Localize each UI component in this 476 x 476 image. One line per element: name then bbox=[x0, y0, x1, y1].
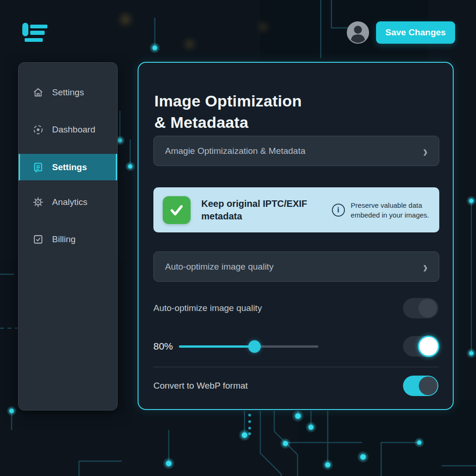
logo-bar bbox=[30, 31, 45, 35]
info-icon: i bbox=[332, 204, 345, 217]
page-title-line2: & Metadaata bbox=[154, 112, 302, 133]
webp-toggle[interactable] bbox=[403, 376, 438, 396]
document-icon bbox=[32, 161, 44, 173]
check-icon bbox=[168, 201, 185, 219]
logo-bar bbox=[25, 38, 43, 42]
sidebar-item-settings-active[interactable]: Settings bbox=[19, 154, 117, 180]
page-title-line1: Image Optimization bbox=[154, 90, 302, 112]
sidebar-item-label: Analytics bbox=[52, 197, 87, 207]
sidebar-item-label: Billing bbox=[52, 234, 76, 245]
metadata-info-line1: Preserve valuable data bbox=[351, 200, 429, 210]
metadata-info-line2: embeded in your images. bbox=[351, 210, 429, 220]
sidebar-item-analytics[interactable]: Analytics bbox=[19, 189, 117, 215]
chevron-right-icon: › bbox=[423, 143, 428, 159]
keep-metadata-checkbox[interactable] bbox=[163, 196, 191, 224]
sidebar-item-label: Settings bbox=[52, 162, 87, 172]
quality-slider[interactable] bbox=[179, 345, 318, 348]
toggle-knob bbox=[419, 377, 437, 395]
sidebar-item-dashboard[interactable]: Dashboard bbox=[19, 117, 117, 143]
user-avatar[interactable] bbox=[346, 21, 370, 44]
metadata-info-text: Preserve valuable data embeded in your i… bbox=[351, 200, 429, 220]
logo-bar bbox=[30, 25, 47, 28]
auto-optimize-toggle[interactable] bbox=[403, 298, 438, 318]
toggle-knob bbox=[418, 336, 439, 357]
toggle-knob bbox=[418, 299, 437, 317]
page-title: Image Optimization & Metadaata bbox=[154, 90, 302, 133]
billing-checkbox-icon bbox=[32, 233, 44, 246]
dashboard-icon bbox=[32, 124, 44, 136]
settings-panel: Image Optimization & Metadaata Amagie Op… bbox=[138, 62, 454, 410]
auto-optimize-section-field-label: Auto-optimize image quality bbox=[165, 262, 273, 272]
metadata-section-field[interactable]: Amagie Optimizaization & Metadata › bbox=[153, 136, 439, 166]
sidebar-item-settings-top[interactable]: Settings bbox=[19, 79, 117, 106]
auto-optimize-section-field[interactable]: Auto-optimize image quality › bbox=[153, 251, 439, 282]
auto-optimize-toggle-row: Auto-optimize image quality bbox=[153, 298, 438, 319]
save-changes-button[interactable]: Save Changes bbox=[376, 21, 455, 44]
webp-toggle-label: Convert to WebP format bbox=[153, 381, 248, 391]
slider-fill bbox=[179, 345, 254, 348]
divider bbox=[153, 367, 438, 367]
sidebar-item-label: Dashboard bbox=[52, 125, 95, 135]
sidebar-item-label: Settings bbox=[52, 87, 84, 98]
auto-optimize-toggle-label: Auto-optimize image quality bbox=[153, 303, 262, 313]
quality-slider-row: 80% bbox=[153, 335, 438, 357]
sidebar-item-billing[interactable]: Billing bbox=[19, 226, 117, 252]
slider-handle[interactable] bbox=[248, 340, 261, 353]
keep-metadata-label: Keep original IPTC/EXIF metadata bbox=[201, 198, 320, 223]
chevron-right-icon: › bbox=[423, 258, 428, 275]
logo-pill bbox=[22, 23, 28, 36]
quality-value-label: 80% bbox=[153, 341, 179, 352]
avatar-icon bbox=[346, 21, 370, 44]
app-logo bbox=[22, 22, 49, 43]
metadata-section-field-label: Amagie Optimizaization & Metadata bbox=[165, 146, 305, 156]
webp-toggle-row: Convert to WebP format bbox=[153, 375, 438, 397]
home-icon bbox=[32, 86, 44, 99]
sidebar-nav: Settings Dashboard Settings bbox=[18, 62, 118, 410]
metadata-info-group: i Preserve valuable data embeded in your… bbox=[332, 200, 430, 220]
keep-metadata-card: Keep original IPTC/EXIF metadata i Prese… bbox=[153, 187, 439, 232]
quality-toggle[interactable] bbox=[403, 336, 438, 357]
gear-icon bbox=[32, 196, 44, 209]
